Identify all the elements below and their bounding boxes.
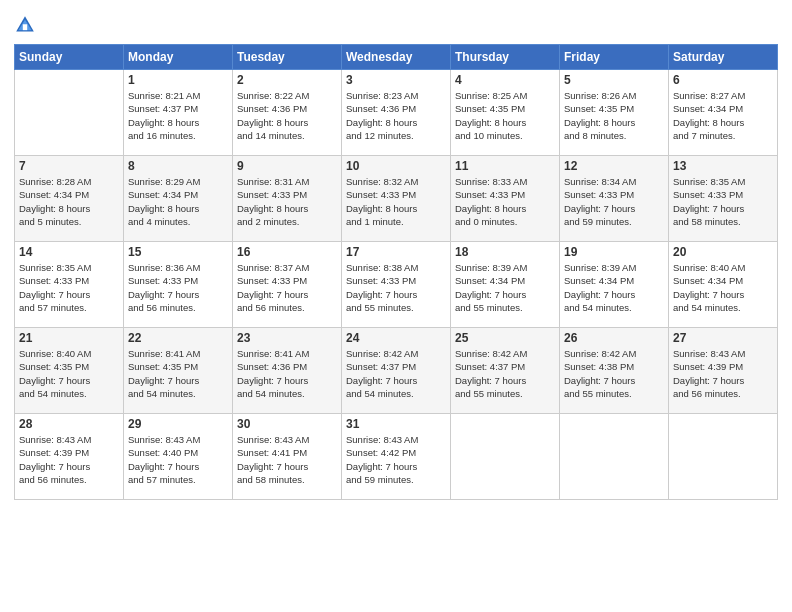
calendar-cell: 18Sunrise: 8:39 AMSunset: 4:34 PMDayligh… bbox=[451, 242, 560, 328]
day-number: 5 bbox=[564, 73, 664, 87]
day-info: Sunrise: 8:39 AMSunset: 4:34 PMDaylight:… bbox=[455, 261, 555, 314]
day-number: 6 bbox=[673, 73, 773, 87]
calendar-cell: 11Sunrise: 8:33 AMSunset: 4:33 PMDayligh… bbox=[451, 156, 560, 242]
calendar-week-3: 14Sunrise: 8:35 AMSunset: 4:33 PMDayligh… bbox=[15, 242, 778, 328]
day-number: 12 bbox=[564, 159, 664, 173]
calendar-cell: 12Sunrise: 8:34 AMSunset: 4:33 PMDayligh… bbox=[560, 156, 669, 242]
weekday-header-wednesday: Wednesday bbox=[342, 45, 451, 70]
logo-icon bbox=[14, 14, 36, 36]
weekday-header-thursday: Thursday bbox=[451, 45, 560, 70]
day-number: 3 bbox=[346, 73, 446, 87]
calendar-cell: 10Sunrise: 8:32 AMSunset: 4:33 PMDayligh… bbox=[342, 156, 451, 242]
day-info: Sunrise: 8:34 AMSunset: 4:33 PMDaylight:… bbox=[564, 175, 664, 228]
weekday-header-tuesday: Tuesday bbox=[233, 45, 342, 70]
calendar-cell bbox=[451, 414, 560, 500]
calendar-cell: 22Sunrise: 8:41 AMSunset: 4:35 PMDayligh… bbox=[124, 328, 233, 414]
calendar-week-5: 28Sunrise: 8:43 AMSunset: 4:39 PMDayligh… bbox=[15, 414, 778, 500]
day-number: 8 bbox=[128, 159, 228, 173]
weekday-header-saturday: Saturday bbox=[669, 45, 778, 70]
calendar-cell: 5Sunrise: 8:26 AMSunset: 4:35 PMDaylight… bbox=[560, 70, 669, 156]
day-info: Sunrise: 8:38 AMSunset: 4:33 PMDaylight:… bbox=[346, 261, 446, 314]
calendar-week-1: 1Sunrise: 8:21 AMSunset: 4:37 PMDaylight… bbox=[15, 70, 778, 156]
day-number: 31 bbox=[346, 417, 446, 431]
day-number: 15 bbox=[128, 245, 228, 259]
calendar-cell: 4Sunrise: 8:25 AMSunset: 4:35 PMDaylight… bbox=[451, 70, 560, 156]
logo bbox=[14, 14, 39, 36]
calendar-cell: 17Sunrise: 8:38 AMSunset: 4:33 PMDayligh… bbox=[342, 242, 451, 328]
calendar-cell: 2Sunrise: 8:22 AMSunset: 4:36 PMDaylight… bbox=[233, 70, 342, 156]
day-number: 22 bbox=[128, 331, 228, 345]
calendar-cell: 24Sunrise: 8:42 AMSunset: 4:37 PMDayligh… bbox=[342, 328, 451, 414]
day-info: Sunrise: 8:29 AMSunset: 4:34 PMDaylight:… bbox=[128, 175, 228, 228]
weekday-header-monday: Monday bbox=[124, 45, 233, 70]
calendar-cell: 26Sunrise: 8:42 AMSunset: 4:38 PMDayligh… bbox=[560, 328, 669, 414]
calendar-header-row: SundayMondayTuesdayWednesdayThursdayFrid… bbox=[15, 45, 778, 70]
day-number: 27 bbox=[673, 331, 773, 345]
day-info: Sunrise: 8:41 AMSunset: 4:36 PMDaylight:… bbox=[237, 347, 337, 400]
day-info: Sunrise: 8:32 AMSunset: 4:33 PMDaylight:… bbox=[346, 175, 446, 228]
day-number: 30 bbox=[237, 417, 337, 431]
day-info: Sunrise: 8:36 AMSunset: 4:33 PMDaylight:… bbox=[128, 261, 228, 314]
calendar-cell: 14Sunrise: 8:35 AMSunset: 4:33 PMDayligh… bbox=[15, 242, 124, 328]
calendar-cell: 29Sunrise: 8:43 AMSunset: 4:40 PMDayligh… bbox=[124, 414, 233, 500]
day-info: Sunrise: 8:33 AMSunset: 4:33 PMDaylight:… bbox=[455, 175, 555, 228]
day-info: Sunrise: 8:22 AMSunset: 4:36 PMDaylight:… bbox=[237, 89, 337, 142]
calendar-cell: 7Sunrise: 8:28 AMSunset: 4:34 PMDaylight… bbox=[15, 156, 124, 242]
day-info: Sunrise: 8:26 AMSunset: 4:35 PMDaylight:… bbox=[564, 89, 664, 142]
day-number: 21 bbox=[19, 331, 119, 345]
day-number: 14 bbox=[19, 245, 119, 259]
day-info: Sunrise: 8:43 AMSunset: 4:41 PMDaylight:… bbox=[237, 433, 337, 486]
day-info: Sunrise: 8:43 AMSunset: 4:39 PMDaylight:… bbox=[19, 433, 119, 486]
calendar-cell: 6Sunrise: 8:27 AMSunset: 4:34 PMDaylight… bbox=[669, 70, 778, 156]
calendar-cell: 3Sunrise: 8:23 AMSunset: 4:36 PMDaylight… bbox=[342, 70, 451, 156]
calendar-cell: 25Sunrise: 8:42 AMSunset: 4:37 PMDayligh… bbox=[451, 328, 560, 414]
day-number: 1 bbox=[128, 73, 228, 87]
header bbox=[14, 10, 778, 36]
calendar-cell bbox=[15, 70, 124, 156]
day-info: Sunrise: 8:37 AMSunset: 4:33 PMDaylight:… bbox=[237, 261, 337, 314]
day-info: Sunrise: 8:35 AMSunset: 4:33 PMDaylight:… bbox=[673, 175, 773, 228]
day-number: 18 bbox=[455, 245, 555, 259]
day-number: 16 bbox=[237, 245, 337, 259]
day-number: 29 bbox=[128, 417, 228, 431]
calendar-cell: 19Sunrise: 8:39 AMSunset: 4:34 PMDayligh… bbox=[560, 242, 669, 328]
day-info: Sunrise: 8:23 AMSunset: 4:36 PMDaylight:… bbox=[346, 89, 446, 142]
day-info: Sunrise: 8:31 AMSunset: 4:33 PMDaylight:… bbox=[237, 175, 337, 228]
day-info: Sunrise: 8:42 AMSunset: 4:38 PMDaylight:… bbox=[564, 347, 664, 400]
day-number: 4 bbox=[455, 73, 555, 87]
calendar-cell: 30Sunrise: 8:43 AMSunset: 4:41 PMDayligh… bbox=[233, 414, 342, 500]
day-number: 9 bbox=[237, 159, 337, 173]
calendar-cell: 27Sunrise: 8:43 AMSunset: 4:39 PMDayligh… bbox=[669, 328, 778, 414]
day-number: 11 bbox=[455, 159, 555, 173]
day-number: 26 bbox=[564, 331, 664, 345]
day-number: 2 bbox=[237, 73, 337, 87]
calendar-cell: 20Sunrise: 8:40 AMSunset: 4:34 PMDayligh… bbox=[669, 242, 778, 328]
calendar-cell: 15Sunrise: 8:36 AMSunset: 4:33 PMDayligh… bbox=[124, 242, 233, 328]
calendar-cell bbox=[560, 414, 669, 500]
calendar-cell: 13Sunrise: 8:35 AMSunset: 4:33 PMDayligh… bbox=[669, 156, 778, 242]
page: SundayMondayTuesdayWednesdayThursdayFrid… bbox=[0, 0, 792, 612]
day-number: 23 bbox=[237, 331, 337, 345]
day-number: 19 bbox=[564, 245, 664, 259]
calendar-week-2: 7Sunrise: 8:28 AMSunset: 4:34 PMDaylight… bbox=[15, 156, 778, 242]
calendar-cell: 1Sunrise: 8:21 AMSunset: 4:37 PMDaylight… bbox=[124, 70, 233, 156]
calendar-cell: 21Sunrise: 8:40 AMSunset: 4:35 PMDayligh… bbox=[15, 328, 124, 414]
day-info: Sunrise: 8:43 AMSunset: 4:39 PMDaylight:… bbox=[673, 347, 773, 400]
day-number: 7 bbox=[19, 159, 119, 173]
day-info: Sunrise: 8:40 AMSunset: 4:34 PMDaylight:… bbox=[673, 261, 773, 314]
calendar-week-4: 21Sunrise: 8:40 AMSunset: 4:35 PMDayligh… bbox=[15, 328, 778, 414]
day-info: Sunrise: 8:39 AMSunset: 4:34 PMDaylight:… bbox=[564, 261, 664, 314]
day-info: Sunrise: 8:41 AMSunset: 4:35 PMDaylight:… bbox=[128, 347, 228, 400]
day-info: Sunrise: 8:42 AMSunset: 4:37 PMDaylight:… bbox=[455, 347, 555, 400]
day-info: Sunrise: 8:43 AMSunset: 4:42 PMDaylight:… bbox=[346, 433, 446, 486]
day-number: 13 bbox=[673, 159, 773, 173]
weekday-header-friday: Friday bbox=[560, 45, 669, 70]
day-info: Sunrise: 8:35 AMSunset: 4:33 PMDaylight:… bbox=[19, 261, 119, 314]
day-info: Sunrise: 8:27 AMSunset: 4:34 PMDaylight:… bbox=[673, 89, 773, 142]
day-number: 24 bbox=[346, 331, 446, 345]
calendar-cell: 28Sunrise: 8:43 AMSunset: 4:39 PMDayligh… bbox=[15, 414, 124, 500]
svg-rect-2 bbox=[23, 24, 27, 30]
day-info: Sunrise: 8:42 AMSunset: 4:37 PMDaylight:… bbox=[346, 347, 446, 400]
calendar-cell: 31Sunrise: 8:43 AMSunset: 4:42 PMDayligh… bbox=[342, 414, 451, 500]
day-info: Sunrise: 8:25 AMSunset: 4:35 PMDaylight:… bbox=[455, 89, 555, 142]
